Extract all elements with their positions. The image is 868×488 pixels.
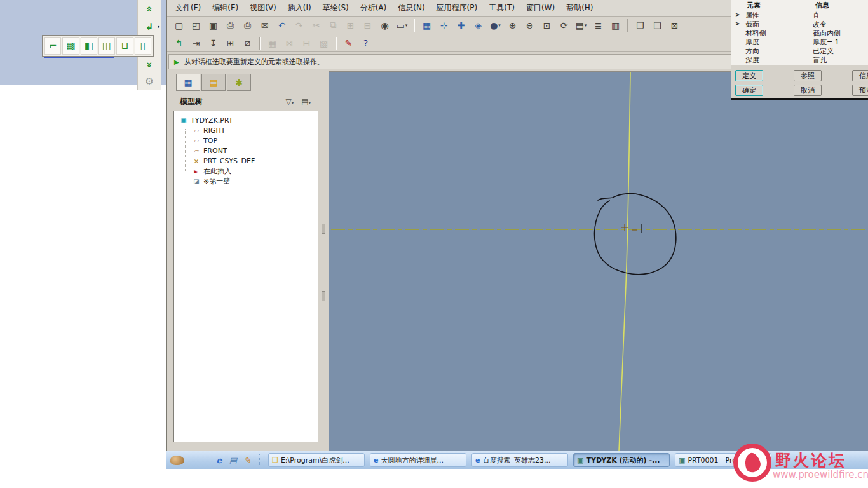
shell-icon[interactable] — [170, 456, 184, 465]
splitter-grip[interactable] — [322, 291, 325, 301]
tree-item-insert-here[interactable]: ►在此插入 — [174, 166, 318, 176]
task-explorer[interactable]: ❒E:\Program\白虎剑... — [268, 453, 365, 467]
task-ie-baidu[interactable]: e百度搜索_英雄志23... — [471, 453, 568, 467]
element-name: 深度 — [745, 55, 759, 65]
close-window-icon[interactable]: ⊠ — [667, 18, 682, 33]
dropdown-caret-icon[interactable]: ▾ — [405, 23, 408, 28]
email-icon[interactable]: ✉ — [257, 18, 273, 33]
tree-settings-icon[interactable]: ▤▾ — [301, 97, 311, 106]
context-help-icon[interactable]: ? — [358, 36, 374, 51]
collapse-up-icon[interactable]: « — [140, 1, 158, 17]
print-icon[interactable]: ⎙ — [222, 18, 238, 33]
activate-window-icon[interactable]: ❑ — [649, 18, 665, 33]
extend-wall-icon[interactable]: ◫ — [98, 37, 115, 55]
model-tree-header: 模型树 ▽▾ ▤▾ — [173, 94, 318, 109]
task-proe-active[interactable]: ▣TYDYZK (活动的) -... — [573, 453, 670, 467]
element-row-direction[interactable]: 方向已定义 — [731, 46, 868, 55]
layers-icon[interactable]: ≣ — [590, 18, 606, 33]
select-box-icon[interactable]: ▭▾ — [394, 18, 410, 33]
model-tree[interactable]: ▣TYDYZK.PRT▱RIGHT▱TOP▱FRONT⨯PRT_CSYS_DEF… — [173, 111, 318, 442]
splitter-grip[interactable] — [322, 224, 325, 234]
tab-favorites[interactable]: ✱ — [227, 74, 251, 91]
dock-handle-icon[interactable]: ↲▸ — [140, 19, 158, 34]
csys-display-icon[interactable]: ◈ — [470, 18, 486, 33]
reorient-icon[interactable]: ⟳ — [556, 18, 572, 33]
saved-views-icon[interactable]: ▤▾ — [573, 18, 589, 33]
element-row-section[interactable]: >截面改变 — [731, 20, 868, 29]
gear-icon[interactable]: ⚙ — [140, 74, 158, 89]
wall-extend-icon[interactable]: ⇥ — [188, 36, 204, 51]
define-button[interactable]: 定义 — [735, 70, 763, 81]
element-row-material-side[interactable]: 材料侧截面内侧 — [731, 29, 868, 37]
datum-plane-display-icon[interactable]: ▦ — [419, 18, 435, 33]
datum-point-display-icon[interactable]: ✚ — [453, 18, 469, 33]
plot-icon[interactable]: ⎙ — [240, 18, 255, 33]
preview-button[interactable]: 预览 — [852, 85, 868, 96]
cancel-button[interactable]: 取消 — [794, 85, 822, 96]
sketch-tool-icon[interactable]: ✎ — [341, 36, 356, 51]
flange-wall-icon[interactable]: ▩ — [62, 37, 79, 55]
tree-item-part-root[interactable]: ▣TYDYZK.PRT — [174, 115, 318, 125]
element-row-depth[interactable]: 深度盲孔 — [731, 55, 868, 64]
menu-item-sketch[interactable]: 草绘(S) — [317, 1, 355, 15]
panel-splitter[interactable] — [318, 71, 329, 451]
menu-item-file[interactable]: 文件(F) — [170, 1, 207, 15]
element-row-thickness[interactable]: 厚度厚度= 1 — [731, 37, 868, 46]
menu-item-tools[interactable]: 工具(T) — [483, 1, 520, 15]
references-button[interactable]: 参照 — [794, 70, 822, 81]
element-info: 截面内侧 — [813, 29, 841, 38]
menu-item-view[interactable]: 视图(V) — [244, 1, 282, 15]
notes-icon[interactable]: ▤ — [227, 454, 239, 466]
expander-icon[interactable]: > — [735, 20, 740, 27]
tree-item-csys[interactable]: ⨯PRT_CSYS_DEF — [174, 156, 318, 166]
zoom-in-icon[interactable]: ⊕ — [505, 18, 520, 33]
menu-item-analysis[interactable]: 分析(A) — [355, 1, 393, 15]
collapse-down-icon[interactable]: » — [140, 57, 158, 72]
wall-offset-icon[interactable]: ↧ — [205, 36, 221, 51]
dropdown-caret-icon[interactable]: ▾ — [498, 23, 501, 28]
menu-item-applications[interactable]: 应用程序(P) — [431, 1, 484, 15]
ie-icon[interactable]: e — [214, 454, 225, 466]
view-manager-icon[interactable]: ▥ — [607, 18, 623, 33]
open-file-icon[interactable]: ◰ — [188, 18, 204, 33]
sketch-vertical-axis[interactable] — [619, 72, 630, 451]
tree-item-first-wall[interactable]: ◪※第一壁 — [174, 176, 318, 186]
tab-model-tree[interactable]: ▦ — [176, 74, 200, 91]
menu-item-info[interactable]: 信息(N) — [392, 1, 430, 15]
shade-icon[interactable]: ●▾ — [487, 18, 503, 33]
task-ie-tianyuan[interactable]: e天圆地方的详细展... — [370, 453, 466, 467]
grid-icon[interactable]: ⊞ — [222, 36, 238, 51]
dropdown-caret-icon[interactable]: ▾ — [585, 23, 587, 28]
new-window-icon[interactable]: ❐ — [632, 18, 648, 33]
tree-item-top-plane[interactable]: ▱TOP — [174, 135, 318, 146]
refit-icon[interactable]: ⊡ — [539, 18, 555, 33]
element-row-attributes[interactable]: >属性直 — [731, 11, 868, 20]
freehand-sketch-curve[interactable] — [595, 194, 676, 274]
menu-item-insert[interactable]: 插入(I) — [282, 1, 317, 15]
zoom-out-icon[interactable]: ⊖ — [522, 18, 538, 33]
menu-item-window[interactable]: 窗口(W) — [520, 1, 560, 15]
tree-item-right-plane[interactable]: ▱RIGHT — [174, 125, 318, 135]
editor-pencil-icon[interactable]: ✎ — [241, 454, 253, 466]
menu-item-help[interactable]: 帮助(H) — [560, 1, 599, 15]
ok-button[interactable]: 确定 — [735, 85, 763, 96]
info-button[interactable]: 信息 — [852, 70, 868, 81]
save-icon[interactable]: ▣ — [205, 18, 221, 33]
menu-item-edit[interactable]: 编辑(E) — [207, 1, 244, 15]
tree-item-front-plane[interactable]: ▱FRONT — [174, 146, 318, 156]
rip-tool-icon[interactable]: ▯ — [135, 37, 151, 55]
dock-arrow-icon[interactable]: ↰ — [171, 36, 187, 51]
find-icon[interactable]: ◉ — [377, 18, 393, 33]
datum-axis-display-icon[interactable]: ⊹ — [436, 18, 452, 33]
new-file-icon[interactable]: ▢ — [171, 18, 187, 33]
modify-icon[interactable]: ⧄ — [240, 36, 255, 51]
flat-wall-icon[interactable]: ⌐ — [44, 37, 61, 55]
twist-wall-icon[interactable]: ◧ — [81, 37, 97, 55]
task-button-label: TYDYZK (活动的) -... — [586, 456, 660, 465]
tab-folder-browser[interactable]: ▤ — [201, 74, 226, 91]
graphics-canvas[interactable] — [329, 71, 868, 451]
expander-icon[interactable]: > — [735, 11, 740, 18]
undo-icon[interactable]: ↶ — [274, 18, 290, 33]
filter-icon[interactable]: ▽▾ — [285, 97, 294, 106]
merge-wall-icon[interactable]: ⊔ — [116, 37, 133, 55]
